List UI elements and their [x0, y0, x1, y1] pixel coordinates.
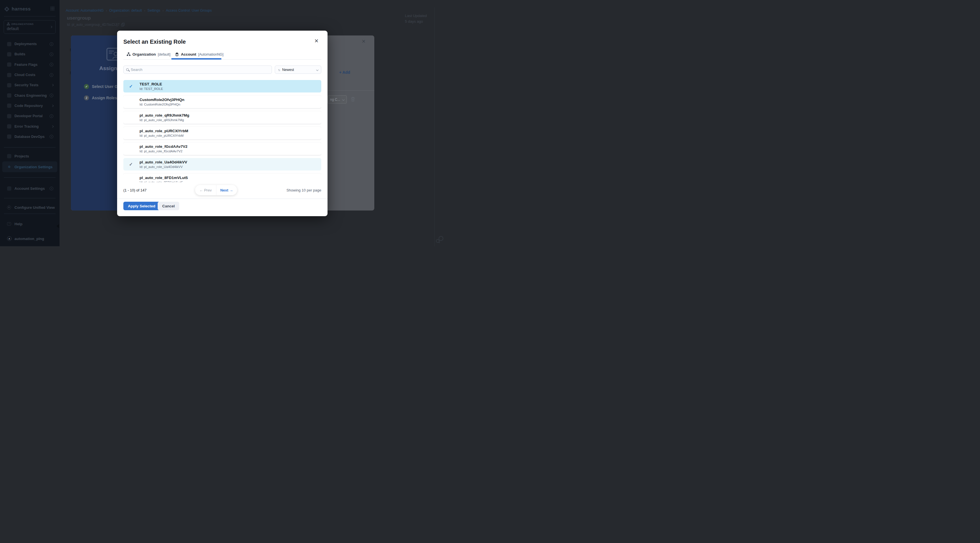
chevron-right-icon[interactable]	[51, 125, 54, 127]
pagination-pill: ← Prev Next →	[195, 185, 237, 195]
module-icon	[7, 73, 11, 77]
module-icon	[7, 134, 11, 139]
copy-icon[interactable]	[121, 23, 125, 27]
sidebar-item-database-devops[interactable]: Database DevOpsi	[0, 132, 60, 142]
pagination-range: (1 - 10) of 147	[123, 188, 146, 192]
org-selector[interactable]: ORGANIZATIONS default	[4, 20, 56, 34]
sidebar-item-label: Database DevOps	[14, 135, 45, 139]
sidebar: harness ORGANIZATIONS	[0, 0, 60, 246]
sidebar-item-label: Chaos Engineering	[14, 94, 47, 97]
info-icon[interactable]: i	[49, 42, 53, 46]
module-icon	[7, 83, 11, 88]
add-button[interactable]: + Add	[339, 70, 350, 75]
info-icon[interactable]: i	[49, 114, 53, 118]
role-id: Id: pl_auto_role_qR9Jhmk7Mg	[140, 118, 189, 122]
sidebar-item-help[interactable]: ? Help	[0, 218, 60, 229]
next-page-button[interactable]: Next →	[216, 188, 237, 192]
chevron-right-icon[interactable]	[51, 105, 54, 107]
sidebar-item-deployments[interactable]: Deploymentsi	[0, 39, 60, 49]
sidebar-item-label: Feature Flags	[14, 63, 37, 67]
prev-page-button[interactable]: ← Prev	[195, 188, 216, 192]
sidebar-item-chaos-engineering[interactable]: Chaos Engineeringi	[0, 90, 60, 100]
sidebar-divider	[4, 198, 56, 198]
role-list-item[interactable]: pl_auto_role_fGcdAAv7V2Id: pl_auto_role_…	[123, 142, 321, 155]
wrench-icon	[7, 205, 11, 209]
sidebar-item-error-tracking[interactable]: Error Tracking	[0, 121, 60, 131]
breadcrumb-link[interactable]: Organization: default	[109, 8, 142, 13]
waffle-menu-icon[interactable]	[51, 6, 54, 11]
sidebar-item-label: Builds	[14, 52, 25, 56]
user-menu[interactable]: A automation_plng	[0, 233, 60, 244]
sidebar-item-code-repository[interactable]: Code Repository	[0, 101, 60, 111]
role-list-item[interactable]: ✓TEST_ROLEId: TEST_ROLE	[123, 80, 321, 92]
sidebar-divider	[4, 213, 56, 214]
role-name: pl_auto_role_Ua4Od4ikVV	[140, 160, 187, 164]
close-icon[interactable]: ×	[315, 37, 318, 44]
sidebar-item-developer-portal[interactable]: Developer Portali	[0, 111, 60, 121]
role-id: Id: pl_auto_role_Ua4Od4ikVV	[140, 165, 187, 169]
tab-badge: [AutomationNG]	[198, 53, 223, 56]
chat-bubbles-icon[interactable]	[436, 236, 444, 244]
sidebar-item-organization-settings[interactable]: ⚙ Organization Settings	[2, 161, 57, 172]
module-icon	[7, 52, 11, 56]
role-list: ✓TEST_ROLEId: TEST_ROLECustomRole2Ofvj3P…	[123, 80, 321, 182]
role-id: Id: pl_auto_role_8FD1mVLut5	[140, 180, 188, 182]
info-icon[interactable]: i	[49, 73, 53, 77]
breadcrumb-link[interactable]: Access Control: User Groups	[166, 8, 212, 13]
last-updated-label: Last Updated	[405, 13, 427, 19]
sidebar-item-feature-flags[interactable]: Feature Flagsi	[0, 60, 60, 70]
cancel-button[interactable]: Cancel	[158, 202, 179, 210]
search-input[interactable]	[131, 67, 269, 72]
resource-group-select[interactable]: ng C...	[328, 96, 347, 104]
step-number: 2	[84, 96, 89, 100]
last-updated: Last Updated 5 days ago	[405, 13, 427, 24]
search-icon	[126, 68, 129, 71]
sidebar-item-cloud-costs[interactable]: Cloud Costsi	[0, 70, 60, 80]
sort-arrows-icon: ↑↓	[278, 68, 280, 72]
module-icon	[7, 42, 11, 46]
tab-account[interactable]: Account [AutomationNG]	[175, 52, 223, 56]
sidebar-collapse-handle[interactable]	[56, 224, 59, 228]
chevron-right-icon[interactable]	[51, 84, 54, 86]
projects-icon	[7, 154, 11, 158]
breadcrumb-link[interactable]: Settings	[148, 8, 160, 13]
info-icon[interactable]: i	[49, 53, 53, 56]
role-list-item[interactable]: CustomRole2Ofvj3PHQnId: CustomRole2Ofvj3…	[123, 96, 321, 108]
role-name: pl_auto_role_qR9Jhmk7Mg	[140, 113, 189, 118]
role-list-item[interactable]: pl_auto_role_pURCXIYrbMId: pl_auto_role_…	[123, 127, 321, 139]
tab-badge: [default]	[158, 53, 170, 56]
role-list-item[interactable]: pl_auto_role_8FD1mVLut5Id: pl_auto_role_…	[123, 174, 321, 182]
sidebar-item-configure-unified-view[interactable]: Configure Unified View	[0, 202, 60, 213]
role-id: Id: TEST_ROLE	[140, 87, 163, 91]
user-name: automation_plng	[14, 237, 44, 241]
tab-label: Account	[181, 52, 196, 56]
sidebar-item-label: Deployments	[14, 42, 37, 46]
info-icon[interactable]: i	[49, 63, 53, 66]
sidebar-item-builds[interactable]: Buildsi	[0, 49, 60, 59]
tab-organization[interactable]: Organization [default]	[127, 52, 170, 56]
checkmark-icon: ✓	[129, 162, 140, 167]
info-icon[interactable]: i	[49, 135, 53, 139]
step-done-check-icon: ✓	[84, 84, 89, 89]
sidebar-item-label: Code Repository	[14, 104, 43, 108]
page-id-text: Id: pl_auto_usergroup_4D7bcCIJj7	[67, 23, 119, 27]
close-icon[interactable]: ×	[362, 38, 366, 45]
trash-icon[interactable]	[351, 97, 355, 102]
role-list-item[interactable]: pl_auto_role_qR9Jhmk7MgId: pl_auto_role_…	[123, 111, 321, 124]
role-list-item[interactable]: ✓pl_auto_role_Ua4Od4ikVVId: pl_auto_role…	[123, 158, 321, 170]
sidebar-item-label: Cloud Costs	[14, 73, 35, 77]
sidebar-item-projects[interactable]: Projects	[0, 151, 60, 161]
sort-dropdown[interactable]: ↑↓ Newest	[275, 65, 321, 74]
app-root: harness ORGANIZATIONS	[0, 0, 445, 246]
info-icon[interactable]: i	[49, 94, 53, 97]
sidebar-item-account-settings[interactable]: Account Settings i	[0, 183, 60, 194]
apply-selected-button[interactable]: Apply Selected	[123, 202, 160, 210]
info-icon[interactable]: i	[49, 187, 53, 190]
sidebar-item-security-tests[interactable]: Security Tests	[0, 80, 60, 90]
breadcrumb-link[interactable]: Account: AutomationNG	[66, 8, 103, 13]
org-selector-value: default	[7, 26, 52, 31]
logo-text: harness	[12, 6, 30, 12]
harness-logo[interactable]: harness	[4, 5, 56, 13]
chevron-down-icon	[342, 98, 345, 100]
role-id: Id: CustomRole2Ofvj3PHQn	[140, 102, 184, 107]
